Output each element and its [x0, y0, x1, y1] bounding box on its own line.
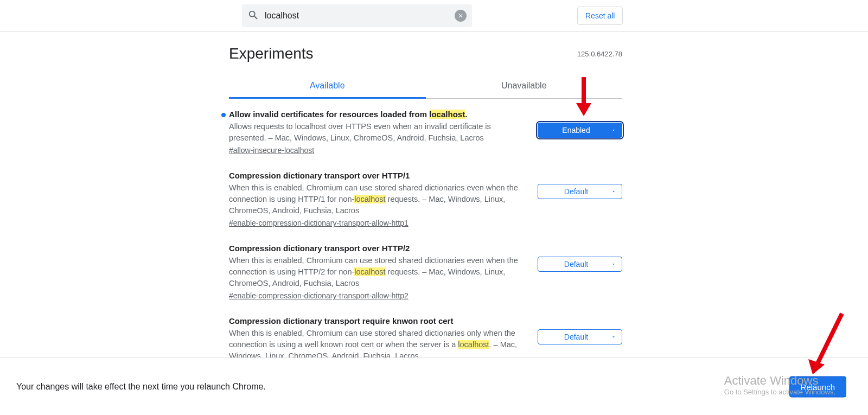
flag-row: Compression dictionary transport over HT… — [229, 244, 622, 300]
page-title: Experiments — [229, 45, 314, 62]
flag-row: Allow invalid certificates for resources… — [229, 110, 622, 155]
flag-title: Allow invalid certificates for resources… — [229, 110, 527, 119]
chevron-down-icon — [611, 126, 616, 135]
tab-available[interactable]: Available — [229, 74, 426, 99]
tab-unavailable[interactable]: Unavailable — [426, 74, 623, 98]
flag-select-value: Default — [564, 333, 588, 341]
flags-list: Allow invalid certificates for resources… — [229, 110, 622, 373]
top-bar: Reset all — [0, 0, 868, 32]
flag-select[interactable]: Default — [538, 329, 622, 344]
content-area: Experiments 125.0.6422.78 Available Unav… — [229, 32, 622, 373]
search-box[interactable] — [242, 4, 472, 27]
flag-hash-link[interactable]: #enable-compression-dictionary-transport… — [229, 219, 409, 227]
clear-search-icon[interactable] — [455, 10, 467, 22]
flag-description: When this is enabled, Chromium can use s… — [229, 255, 527, 289]
relaunch-button[interactable]: Relaunch — [789, 376, 846, 397]
search-icon — [247, 9, 259, 23]
chevron-down-icon — [611, 187, 616, 196]
flag-description: When this is enabled, Chromium can use s… — [229, 328, 527, 362]
tabs: Available Unavailable — [229, 74, 622, 99]
modified-indicator-icon — [221, 113, 226, 117]
flag-select-value: Default — [564, 187, 588, 196]
search-input[interactable] — [259, 11, 455, 21]
restart-message: Your changes will take effect the next t… — [16, 382, 266, 392]
flag-description: When this is enabled, Chromium can use s… — [229, 182, 527, 216]
flag-row: Compression dictionary transport over HT… — [229, 171, 622, 227]
svg-line-2 — [817, 314, 842, 365]
chevron-down-icon — [611, 333, 616, 341]
version-label: 125.0.6422.78 — [577, 50, 622, 58]
flag-select[interactable]: Default — [538, 257, 622, 272]
flag-title: Compression dictionary transport over HT… — [229, 171, 527, 180]
chevron-down-icon — [611, 260, 616, 269]
flag-select[interactable]: Enabled — [538, 123, 622, 138]
reset-all-button[interactable]: Reset all — [577, 7, 623, 25]
flag-select-value: Enabled — [562, 126, 590, 135]
flag-hash-link[interactable]: #allow-insecure-localhost — [229, 146, 314, 155]
flag-select[interactable]: Default — [538, 184, 622, 199]
flag-title: Compression dictionary transport require… — [229, 316, 527, 325]
flag-select-value: Default — [564, 260, 588, 269]
flag-title: Compression dictionary transport over HT… — [229, 244, 527, 253]
flag-description: Allows requests to localhost over HTTPS … — [229, 121, 527, 144]
flag-hash-link[interactable]: #enable-compression-dictionary-transport… — [229, 291, 409, 300]
restart-bar: Your changes will take effect the next t… — [0, 357, 868, 415]
